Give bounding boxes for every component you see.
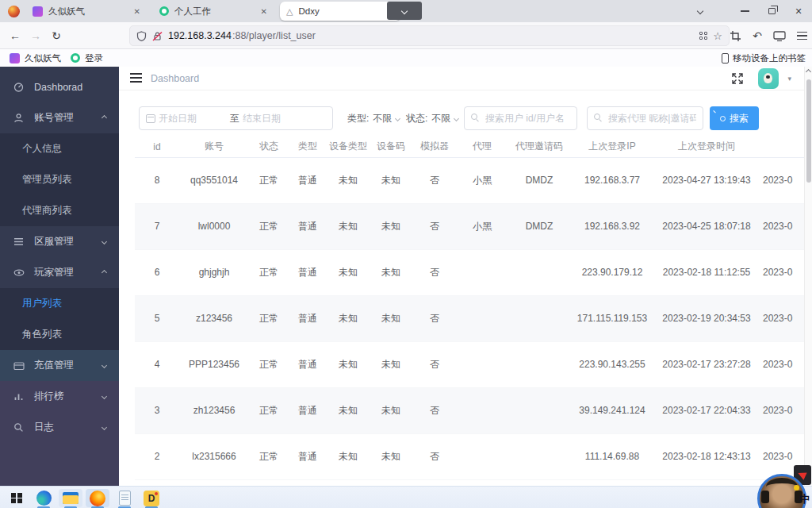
breadcrumb: Dashboard [151, 73, 199, 84]
screenshot-crop-icon[interactable] [730, 30, 741, 42]
caret-down-icon[interactable]: ▾ [787, 75, 791, 83]
status-label: 状态: [406, 112, 427, 125]
web-page: Dashborad 账号管理 个人信息 管理员列表 代理商列表 区服管理 [0, 67, 812, 486]
table-row[interactable]: 4PPP123456正常 普通未知未知 否 223.90.143.2552023… [135, 341, 804, 387]
chevron-down-icon [102, 394, 107, 399]
user-avatar[interactable] [758, 68, 779, 89]
tracking-shield-icon[interactable] [136, 31, 147, 41]
tab-gerengongzuo[interactable]: 个人工作 ✕ [153, 2, 274, 21]
table-row[interactable]: 2lx2315666正常 普通未知未知 否 111.14.69.882023-0… [135, 433, 804, 479]
sidebar-item-user-list-active[interactable]: 用户列表 [0, 288, 119, 319]
date-range-picker[interactable]: 至 [139, 106, 333, 130]
scrollbar-thumb[interactable] [806, 79, 811, 183]
dashboard-gauge-icon [13, 82, 25, 92]
url-bar[interactable]: 192.168.3.244 :88/player/list_user ☆ [129, 25, 730, 46]
sidebar-item-recharge-mgmt[interactable]: 充值管理 [0, 350, 119, 381]
sidebar-label: 区服管理 [34, 235, 102, 248]
collapse-menu-icon[interactable] [130, 77, 142, 79]
sidebar-item-ranking[interactable]: 排行榜 [0, 381, 119, 412]
windows-logo-icon [11, 493, 22, 504]
col-header: id [135, 137, 179, 157]
taskbar-firefox-icon[interactable] [86, 489, 109, 507]
sidebar-label: 角色列表 [22, 328, 119, 341]
search-agent-input[interactable] [587, 106, 703, 130]
table-row[interactable]: 7lwl0000正常 普通未知未知 否小黑DMDZ 192.168.3.9220… [135, 203, 804, 249]
col-header: 代理邀请码 [508, 137, 571, 157]
tab-ddxy-active[interactable]: △ Ddxy [280, 2, 400, 21]
search-button[interactable]: 搜索 [710, 106, 759, 130]
forward-button[interactable]: → [25, 29, 46, 42]
notification-dot [794, 485, 799, 491]
search-user-input[interactable] [464, 106, 577, 130]
table-row[interactable]: 6ghjghjh正常 普通未知未知 否 223.90.179.122023-02… [135, 249, 804, 295]
sidebar-label: 个人信息 [22, 142, 119, 156]
col-header: 上次登录IP [571, 137, 653, 157]
window-restore-button[interactable] [758, 0, 785, 22]
taskbar-edge-icon[interactable] [32, 489, 56, 507]
undo-icon[interactable]: ↶ [753, 29, 762, 42]
sidebar-item-role-list[interactable]: 角色列表 [0, 319, 119, 350]
tab-title: Ddxy [298, 6, 394, 16]
table-row[interactable]: 5z123456正常 普通未知未知 否 171.115.119.1532023-… [135, 295, 804, 341]
sidebar-item-accounts[interactable]: 账号管理 [0, 102, 119, 133]
type-dropdown[interactable]: 类型: 不限 [347, 106, 400, 130]
firefox-view-icon[interactable] [8, 6, 20, 17]
back-button[interactable]: ← [5, 29, 25, 42]
taskbar-explorer-icon[interactable] [59, 489, 82, 507]
tab-jiusiyaoqi[interactable]: 久似妖气 ✕ [26, 2, 147, 21]
url-host: 192.168.3.244 [168, 30, 232, 41]
status-value: 不限 [431, 112, 450, 125]
favicon-green [71, 53, 80, 63]
sidebar-item-server-mgmt[interactable]: 区服管理 [0, 226, 119, 257]
sidebar-filler [0, 443, 119, 486]
insecure-lock-icon[interactable] [152, 31, 163, 41]
sidebar-item-personal-info[interactable]: 个人信息 [0, 133, 119, 164]
taskbar-dapp-icon[interactable]: D [140, 489, 163, 507]
favicon-green [159, 6, 169, 16]
search-icon [471, 114, 477, 120]
tab-close-icon[interactable]: ✕ [261, 7, 267, 16]
chevron-down-icon [395, 115, 400, 121]
chevron-down-icon [102, 363, 107, 368]
chevron-down-icon [454, 115, 459, 121]
bookmark-login[interactable]: 登录 [71, 52, 103, 64]
sidebar-item-player-mgmt[interactable]: 玩家管理 [0, 257, 119, 288]
taskbar-notepad-icon[interactable] [113, 489, 136, 507]
sidebar-label: Dashborad [34, 82, 119, 93]
reload-button[interactable]: ↻ [46, 29, 67, 42]
ime-indicator[interactable]: 中 [799, 492, 810, 506]
menu-hamburger-icon[interactable] [797, 35, 807, 37]
tab-dropdown-button[interactable] [387, 2, 422, 20]
permissions-grid-icon[interactable] [699, 32, 707, 40]
status-dropdown[interactable]: 状态: 不限 [406, 106, 458, 130]
bookmarks-bar: 久似妖气 登录 移动设备上的书签 [0, 49, 812, 67]
sidebar-item-dashboard[interactable]: Dashborad [0, 71, 119, 102]
list-all-tabs-icon[interactable] [697, 8, 703, 14]
mobile-bookmarks-label: 移动设备上的书签 [733, 52, 806, 64]
sidebar-item-admin-list[interactable]: 管理员列表 [0, 164, 119, 195]
sidebar-item-logs[interactable]: 日志 [0, 412, 119, 443]
start-date-input[interactable] [159, 113, 227, 124]
scroll-up-icon[interactable] [806, 69, 811, 75]
bookmark-jiusiyaoqi[interactable]: 久似妖气 [10, 52, 61, 64]
table-row[interactable]: 3zh123456正常 普通未知未知 否 39.149.241.1242023-… [135, 387, 804, 433]
favicon-purple [33, 6, 43, 17]
bookmark-star-icon[interactable]: ☆ [713, 30, 722, 42]
start-button[interactable] [5, 489, 29, 507]
tab-close-icon[interactable]: ✕ [134, 7, 140, 16]
end-date-input[interactable] [243, 113, 311, 124]
send-to-device-icon[interactable] [773, 31, 786, 41]
page-scrollbar[interactable] [804, 67, 812, 486]
window-minimize-button[interactable] [731, 0, 758, 22]
sidebar-item-agent-list[interactable]: 代理商列表 [0, 195, 119, 226]
bookmark-label: 久似妖气 [25, 52, 61, 64]
fullscreen-icon[interactable] [731, 72, 744, 85]
window-close-button[interactable]: ✕ [785, 0, 812, 22]
mobile-bookmarks-button[interactable]: 移动设备上的书签 [722, 52, 806, 64]
table-row[interactable]: 8qq3551014正常 普通未知未知 否小黑DMDZ 192.168.3.77… [135, 157, 804, 203]
search-button-label: 搜索 [730, 112, 749, 125]
sidebar-label: 用户列表 [22, 297, 119, 310]
minimize-icon [741, 10, 749, 12]
eye-icon [13, 267, 25, 278]
user-icon [13, 113, 25, 123]
